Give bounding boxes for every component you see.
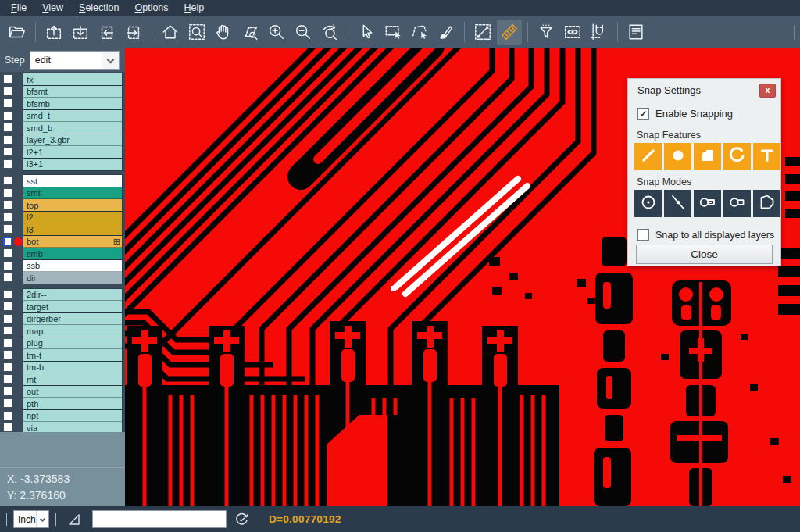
- layer-name-cell[interactable]: l3: [23, 223, 122, 235]
- layer-visibility-checkbox[interactable]: [3, 362, 12, 372]
- layer-name-cell[interactable]: layer_3.gbr: [23, 134, 122, 146]
- layer-visibility-checkbox[interactable]: [3, 188, 12, 198]
- menu-item-file[interactable]: File: [3, 0, 34, 16]
- layer-name-cell[interactable]: map: [23, 325, 122, 337]
- layer-name-cell[interactable]: fx: [23, 73, 122, 85]
- layer-name-cell[interactable]: plug: [23, 337, 122, 349]
- open-file-button[interactable]: [5, 20, 30, 45]
- dialog-close-button[interactable]: Close: [636, 245, 773, 264]
- layer-row-map[interactable]: map: [0, 325, 125, 337]
- layer-name-cell[interactable]: bfsmb: [23, 98, 122, 109]
- layer-row-dir[interactable]: dir: [0, 272, 125, 284]
- copy-to-right-button[interactable]: [121, 20, 146, 45]
- layer-visibility-checkbox[interactable]: [3, 261, 12, 270]
- layer-visibility-checkbox[interactable]: [3, 212, 12, 222]
- menu-item-view[interactable]: View: [34, 0, 71, 16]
- layer-visibility-checkbox[interactable]: [3, 224, 12, 234]
- layer-row-fx[interactable]: fx: [0, 73, 125, 85]
- snap-pad-button[interactable]: [664, 143, 691, 170]
- layer-name-cell[interactable]: ssb: [23, 260, 122, 272]
- layer-name-cell[interactable]: dirgerber: [23, 313, 122, 325]
- layer-visibility-checkbox[interactable]: [3, 87, 12, 96]
- layer-name-cell[interactable]: out: [23, 386, 122, 398]
- layer-row-smd_b[interactable]: smd_b: [0, 122, 125, 134]
- layer-row-npt[interactable]: npt: [0, 410, 125, 422]
- snap-polygon-button[interactable]: [694, 143, 721, 170]
- layer-visibility-checkbox[interactable]: [3, 302, 12, 311]
- layer-visibility-checkbox[interactable]: [3, 423, 12, 432]
- layer-visibility-checkbox[interactable]: [3, 411, 12, 420]
- layer-row-smb[interactable]: smb: [0, 248, 125, 259]
- layer-visibility-checkbox[interactable]: [3, 398, 12, 408]
- layer-visibility-checkbox[interactable]: [3, 387, 12, 396]
- layer-name-cell[interactable]: dir: [23, 272, 122, 284]
- filter-button[interactable]: [534, 20, 559, 45]
- layer-row-l3+1[interactable]: l3+1: [0, 159, 125, 170]
- report-button[interactable]: [623, 20, 648, 45]
- layer-row-bfsmb[interactable]: bfsmb: [0, 98, 125, 109]
- layer-name-cell[interactable]: top: [23, 199, 122, 211]
- layer-visibility-checkbox[interactable]: [3, 248, 12, 258]
- layer-row-l3[interactable]: l3: [0, 223, 125, 235]
- layer-row-l2+1[interactable]: l2+1: [0, 146, 125, 158]
- layer-name-cell[interactable]: l2: [23, 212, 122, 223]
- layer-name-cell[interactable]: bfsmt: [23, 86, 122, 98]
- layer-name-cell[interactable]: bot⊞: [23, 236, 122, 248]
- zoom-polygon-button[interactable]: [238, 20, 262, 45]
- layer-row-tm-t[interactable]: tm-t: [0, 349, 125, 361]
- view-options-button[interactable]: [560, 20, 585, 45]
- brush-button[interactable]: [434, 20, 459, 45]
- copy-to-left-button[interactable]: [95, 20, 120, 45]
- zoom-window-button[interactable]: [184, 20, 209, 45]
- snap-text-button[interactable]: [753, 143, 780, 170]
- zoom-in-button[interactable]: [264, 20, 289, 45]
- unit-select[interactable]: Inch: [13, 510, 49, 528]
- layer-name-cell[interactable]: l2+1: [23, 146, 122, 158]
- layer-name-cell[interactable]: npt: [23, 410, 122, 422]
- layer-row-mt[interactable]: mt: [0, 373, 125, 385]
- layer-name-cell[interactable]: target: [23, 301, 122, 312]
- layer-visibility-checkbox[interactable]: [3, 147, 12, 156]
- menu-item-selection[interactable]: Selection: [71, 0, 127, 16]
- snap-line-button[interactable]: [634, 143, 662, 170]
- layer-name-cell[interactable]: smt: [23, 187, 122, 199]
- layer-name-cell[interactable]: pth: [23, 398, 122, 409]
- layer-visibility-checkbox[interactable]: [3, 273, 12, 282]
- layer-row-top[interactable]: top: [0, 199, 125, 211]
- layer-name-cell[interactable]: sst: [23, 175, 122, 187]
- copy-to-top-button[interactable]: [41, 20, 66, 45]
- snap-point-on-line-button[interactable]: [664, 190, 691, 217]
- zoom-out-button[interactable]: [291, 20, 316, 45]
- zoom-home-button[interactable]: [158, 20, 183, 45]
- layer-visibility-checkbox[interactable]: [3, 74, 12, 84]
- layer-name-cell[interactable]: tm-t: [23, 349, 122, 361]
- snap-settings-button[interactable]: [587, 20, 612, 45]
- menu-item-options[interactable]: Options: [127, 0, 176, 16]
- layer-visibility-checkbox[interactable]: [3, 123, 12, 132]
- sync-check-icon[interactable]: [234, 512, 249, 527]
- layer-row-layer_3.gbr[interactable]: layer_3.gbr: [0, 134, 125, 146]
- layer-row-tm-b[interactable]: tm-b: [0, 362, 125, 373]
- layer-visibility-checkbox[interactable]: [3, 111, 12, 120]
- measure-line-button[interactable]: [470, 20, 495, 45]
- layer-row-bfsmt[interactable]: bfsmt: [0, 86, 125, 98]
- layer-visibility-checkbox[interactable]: [3, 98, 12, 108]
- snap-center-button[interactable]: [634, 190, 662, 217]
- snap-contour-button[interactable]: [753, 190, 780, 217]
- layer-visibility-checkbox[interactable]: [3, 338, 12, 348]
- layer-visibility-checkbox[interactable]: [3, 176, 12, 185]
- enable-snapping-checkbox[interactable]: ✓: [638, 108, 649, 120]
- layer-row-l2[interactable]: l2: [0, 212, 125, 223]
- layer-visibility-checkbox[interactable]: [3, 237, 12, 246]
- pan-button[interactable]: [211, 20, 236, 45]
- command-input[interactable]: [92, 510, 227, 528]
- layer-visibility-checkbox[interactable]: [3, 290, 12, 299]
- select-polygon-button[interactable]: [407, 20, 432, 45]
- layer-visibility-checkbox[interactable]: [3, 159, 12, 169]
- layer-row-smd_t[interactable]: smd_t: [0, 110, 125, 122]
- copy-to-bottom-button[interactable]: [68, 20, 93, 45]
- layer-name-cell[interactable]: mt: [23, 373, 122, 385]
- layer-name-cell[interactable]: l3+1: [23, 159, 122, 170]
- layer-row-plug[interactable]: plug: [0, 337, 125, 349]
- layer-row-dirgerber[interactable]: dirgerber: [0, 313, 125, 325]
